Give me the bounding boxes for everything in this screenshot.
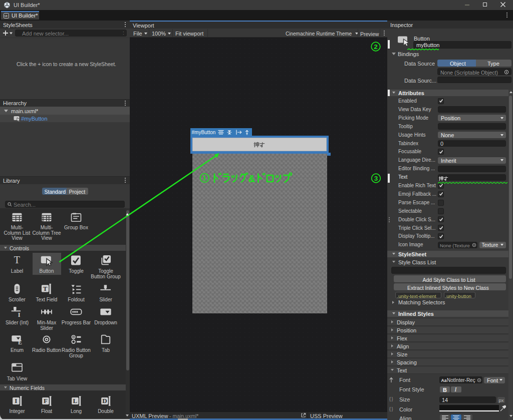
svg-text:3: 3 <box>374 175 378 182</box>
svg-text:1: 1 <box>203 174 207 182</box>
svg-text:&: & <box>248 173 255 184</box>
svg-text:2: 2 <box>374 43 378 51</box>
